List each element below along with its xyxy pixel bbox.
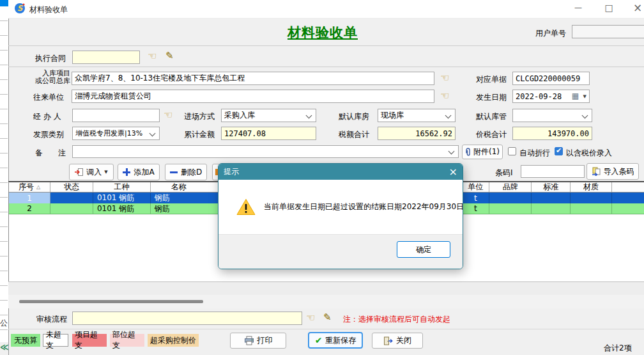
chevron-down-icon bbox=[150, 130, 156, 137]
chevron-down-icon bbox=[448, 148, 455, 155]
cell-unit: t bbox=[462, 193, 489, 203]
cell-seq: 1 bbox=[9, 193, 50, 203]
dialog-body: 当前单据发生日期已超过设置的结账日期2022年09月30日 bbox=[218, 180, 463, 234]
cell-standard bbox=[532, 193, 571, 203]
project-input[interactable] bbox=[72, 72, 434, 85]
project-picker-hand-icon[interactable]: ☜ bbox=[440, 73, 449, 83]
entry-mode-value: 采购入库 bbox=[224, 110, 255, 121]
dialog-titlebar[interactable]: 提示 × bbox=[218, 164, 463, 180]
collapse-panel-icon[interactable]: ≪ bbox=[0, 342, 8, 355]
table-hscrollbar[interactable] bbox=[8, 295, 644, 308]
cell-blank bbox=[612, 193, 644, 203]
legend-project-over: 项目超支 bbox=[72, 334, 107, 347]
cell-seq: 2 bbox=[9, 203, 50, 214]
invoice-select[interactable]: 增值税专用发票|13% bbox=[72, 127, 160, 140]
delete-label: 删除D bbox=[181, 167, 202, 178]
page-title: 材料验收单 bbox=[288, 24, 358, 42]
column-header-unit[interactable]: 单位 bbox=[462, 182, 489, 192]
audit-input[interactable] bbox=[72, 312, 302, 325]
warehouse-value: 现场库 bbox=[381, 110, 404, 121]
import-barcode-icon bbox=[592, 167, 601, 176]
background-grid-lines bbox=[0, 6, 8, 355]
dialog-close-icon[interactable]: × bbox=[449, 167, 457, 177]
entry-mode-label: 进场方式 bbox=[184, 111, 215, 122]
legend-label: 部位超支 bbox=[112, 329, 142, 351]
chevron-down-icon bbox=[582, 113, 588, 119]
calendar-icon: ▦ bbox=[572, 91, 579, 100]
add-button[interactable]: 添加A bbox=[118, 164, 160, 180]
save-label: 重新保存 bbox=[325, 335, 356, 346]
prompt-dialog: 提示 × 当前单据发生日期已超过设置的结账日期2022年09月30日 确定 bbox=[218, 163, 463, 269]
column-header-type[interactable]: 工种 bbox=[93, 182, 151, 192]
project-label: 入库项目 或公司总库 bbox=[18, 70, 70, 85]
contract-picker-hand-icon[interactable]: ☜ bbox=[148, 51, 157, 61]
tax-entry-checkbox[interactable] bbox=[555, 147, 563, 155]
column-header-brand[interactable]: 品牌 bbox=[489, 182, 532, 192]
save-button[interactable]: ✔ 重新保存 bbox=[308, 332, 363, 349]
maximize-button[interactable]: □ bbox=[599, 3, 618, 13]
date-dropdown-icon[interactable]: ▼ bbox=[583, 94, 586, 99]
barcode-input[interactable] bbox=[521, 165, 585, 178]
legend-label: 项目超支 bbox=[75, 329, 104, 351]
audit-edit-pencil-icon[interactable]: ✎ bbox=[323, 313, 332, 322]
legend-part-over: 部位超支 bbox=[110, 334, 144, 347]
cell-status bbox=[50, 203, 93, 214]
minimize-button[interactable]: — bbox=[569, 3, 588, 12]
warehouse-select[interactable]: 现场库 bbox=[378, 109, 456, 122]
keeper-select[interactable] bbox=[512, 109, 592, 122]
import-dropdown-icon: ▼ bbox=[104, 170, 107, 175]
attachment-button[interactable]: 附件(1) bbox=[462, 145, 503, 159]
column-header-status[interactable]: 状态 bbox=[50, 182, 93, 192]
close-form-button[interactable]: 关闭 bbox=[372, 333, 423, 349]
legend-no-budget: 无预算 bbox=[11, 334, 40, 347]
legend-label: 未超支 bbox=[46, 329, 65, 351]
wrap-checkbox[interactable] bbox=[508, 147, 516, 155]
doc-input[interactable] bbox=[512, 72, 590, 85]
dialog-footer: 确定 bbox=[218, 234, 463, 269]
background-window-titlebar bbox=[0, 0, 8, 6]
total-items: 合计2项 bbox=[604, 343, 632, 354]
delete-button[interactable]: 删除D bbox=[165, 164, 207, 180]
date-input[interactable]: 2022-09-28 ▦ ▼ bbox=[512, 90, 590, 103]
barcode-label: 条码I bbox=[495, 168, 513, 178]
supplier-picker-hand-icon[interactable]: ☜ bbox=[440, 91, 449, 101]
handler-picker-hand-icon[interactable]: ☜ bbox=[164, 110, 172, 120]
import-barcode-label: 导入条码 bbox=[604, 166, 634, 177]
warning-icon bbox=[236, 198, 256, 216]
hscrollbar-thumb[interactable] bbox=[19, 300, 203, 303]
column-header-seq[interactable]: 序号 △ bbox=[9, 182, 50, 192]
column-header-material[interactable]: 材质 bbox=[571, 182, 612, 192]
window-titlebar: S 材料验收单 — □ × bbox=[8, 0, 644, 19]
dialog-title: 提示 bbox=[224, 166, 449, 177]
audit-picker-hand-icon[interactable]: ☜ bbox=[306, 313, 315, 323]
user-no-input[interactable] bbox=[572, 25, 644, 38]
import-button[interactable]: 调入 ▼ bbox=[69, 164, 114, 180]
handler-input[interactable] bbox=[72, 109, 160, 122]
background-partial-text: 公 bbox=[0, 318, 8, 329]
legend-not-over: 未超支 bbox=[43, 334, 68, 347]
entry-mode-select[interactable]: 采购入库 bbox=[221, 109, 316, 122]
contract-edit-pencil-icon[interactable]: ✎ bbox=[165, 51, 174, 61]
attachment-label: 附件(1) bbox=[473, 146, 500, 157]
cell-brand bbox=[489, 203, 532, 214]
column-header-standard[interactable]: 标准 bbox=[532, 182, 571, 192]
print-label: 打印 bbox=[257, 335, 273, 346]
divider bbox=[8, 67, 644, 67]
print-button[interactable]: 打印 bbox=[230, 333, 286, 349]
supplier-input[interactable] bbox=[72, 90, 434, 103]
date-value: 2022-09-28 bbox=[516, 92, 562, 101]
user-no-label: 用户单号 bbox=[535, 28, 566, 39]
import-barcode-button[interactable]: 导入条码 bbox=[586, 163, 639, 180]
remark-combo[interactable] bbox=[72, 145, 459, 158]
check-icon: ✔ bbox=[315, 335, 323, 345]
cell-blank bbox=[612, 203, 644, 214]
cell-status bbox=[50, 193, 93, 203]
contract-input[interactable] bbox=[72, 51, 140, 64]
import-label: 调入 bbox=[86, 167, 102, 178]
door-exit-icon bbox=[383, 336, 393, 345]
legend-over-control-price: 超采购控制价 bbox=[148, 334, 199, 347]
close-button[interactable]: × bbox=[628, 1, 644, 14]
dialog-ok-button[interactable]: 确定 bbox=[397, 241, 450, 258]
wrap-label: 自动折行 bbox=[519, 148, 550, 159]
amount-input bbox=[221, 127, 316, 140]
